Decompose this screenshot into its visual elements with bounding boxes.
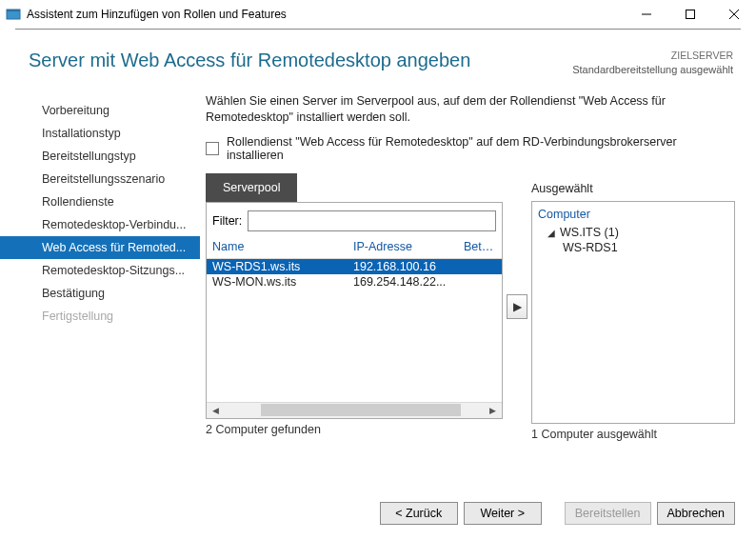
install-on-broker-checkbox[interactable] [206,142,219,155]
selected-group[interactable]: WS.ITS (1) [538,221,728,240]
step-web-access[interactable]: Web Access für Remoted... [0,236,200,259]
cancel-button[interactable]: Abbrechen [657,502,735,525]
back-button[interactable]: < Zurück [380,502,458,525]
minimize-button[interactable] [625,0,668,29]
step-vorbereitung[interactable]: Vorbereitung [0,99,200,122]
filter-input[interactable] [248,210,496,231]
step-rd-sitzungs[interactable]: Remotedesktop-Sitzungs... [0,259,200,282]
found-count: 2 Computer gefunden [206,419,503,436]
window-title: Assistent zum Hinzufügen von Rollen und … [27,8,625,21]
server-row[interactable]: WS-RDS1.ws.its 192.168.100.16 [207,259,502,274]
step-fertigstellung: Fertigstellung [0,305,200,328]
step-rollendienste[interactable]: Rollendienste [0,190,200,213]
close-button[interactable] [712,0,756,29]
col-ip[interactable]: IP-Adresse [353,240,464,253]
step-installationstyp[interactable]: Installationstyp [0,122,200,145]
selected-header: Ausgewählt [531,173,735,201]
app-icon [6,7,21,22]
col-computer[interactable]: Computer [538,208,728,221]
filter-label: Filter: [212,214,242,228]
horizontal-scrollbar[interactable]: ◀ ▶ [207,402,502,418]
maximize-button[interactable] [668,0,712,29]
next-button[interactable]: Weiter > [464,502,542,525]
col-name[interactable]: Name [212,240,353,253]
scroll-thumb[interactable] [261,404,461,416]
wizard-steps: Vorbereitung Installationstyp Bereitstel… [0,93,200,441]
selected-list: Computer WS.ITS (1) WS-RDS1 [531,201,735,424]
add-selection-button[interactable]: ▶ [507,294,527,319]
instruction-text: Wählen Sie einen Server im Serverpool au… [206,93,735,126]
chevron-right-icon: ▶ [513,300,522,313]
server-row[interactable]: WS-MON.ws.its 169.254.148.22... [207,274,502,290]
selected-item[interactable]: WS-RDS1 [538,240,728,254]
col-os[interactable]: Betriebssy [464,240,496,253]
target-info: ZIELSERVER Standardbereitstellung ausgew… [572,50,733,76]
svg-rect-1 [7,10,20,11]
serverpool-tab[interactable]: Serverpool [206,173,297,202]
step-rd-verbindung[interactable]: Remotedesktop-Verbindu... [0,213,200,236]
scroll-left-icon[interactable]: ◀ [209,403,223,417]
step-bereitstellungstyp[interactable]: Bereitstellungstyp [0,145,200,168]
svg-rect-3 [686,10,695,18]
scroll-right-icon[interactable]: ▶ [486,403,500,417]
step-bereitstellungsszenario[interactable]: Bereitstellungsszenario [0,168,200,190]
deploy-button: Bereitstellen [565,502,651,525]
step-bestaetigung[interactable]: Bestätigung [0,282,200,305]
selected-count: 1 Computer ausgewählt [531,424,735,441]
server-pool-list: Filter: Name IP-Adresse Betriebssy WS-RD… [206,202,503,419]
checkbox-label: Rollendienst "Web Access für Remotedeskt… [227,135,735,162]
page-title: Server mit Web Access für Remotedesktop … [29,50,470,71]
